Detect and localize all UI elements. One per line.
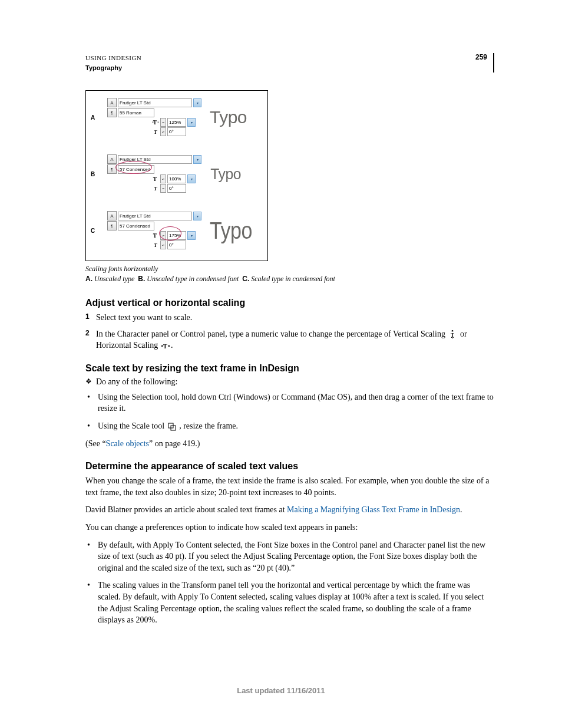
bullet-list: By default, with Apply To Content select… xyxy=(85,539,494,626)
svg-text:T: T xyxy=(153,120,157,126)
horiz-scale-field: 175% xyxy=(167,231,186,240)
bullet-item: Using the Selection tool, hold down Ctrl… xyxy=(85,391,494,414)
see-line: (See “Scale objects” on page 419.) xyxy=(85,438,494,450)
sample-text: Typo xyxy=(210,218,252,244)
dropdown-icon: ▾ xyxy=(187,118,196,127)
para-tab-icon: ¶ xyxy=(107,221,117,230)
skew-field: 0° xyxy=(167,241,186,249)
step-number: 1 xyxy=(85,312,96,324)
bullet-text: By default, with Apply To Content select… xyxy=(98,539,494,574)
legend-c-label: C. xyxy=(242,275,249,283)
link-scale-objects[interactable]: Scale objects xyxy=(106,439,149,448)
heading-determine-appearance: Determine the appearance of scaled text … xyxy=(85,461,494,472)
steps-list: 1 Select text you want to scale. 2 In th… xyxy=(85,312,494,351)
page: USING INDESIGN Typography 259 A A Frutig… xyxy=(0,0,562,728)
char-tab-icon: A xyxy=(107,98,117,107)
dropdown-icon: ▾ xyxy=(193,212,201,220)
svg-text:T: T xyxy=(153,176,157,182)
dropdown-icon: ▾ xyxy=(193,155,201,164)
heading-scale-text-frame: Scale text by resizing the text frame in… xyxy=(85,363,494,374)
para-tab-icon: ¶ xyxy=(107,164,117,174)
page-header: USING INDESIGN Typography 259 xyxy=(85,53,494,73)
paragraph: When you change the scale of a frame, th… xyxy=(85,475,494,498)
dropdown-icon: ▾ xyxy=(187,231,196,240)
skew-icon: T xyxy=(152,129,159,136)
step-number: 2 xyxy=(85,328,96,351)
bullet-item: Using the Scale tool , resize the frame. xyxy=(85,420,494,432)
svg-text:T: T xyxy=(163,343,167,350)
legend-a-text: Unscaled type xyxy=(94,275,134,283)
bullet-list: Using the Selection tool, hold down Ctrl… xyxy=(85,391,494,432)
intro-line: ❖ Do any of the following: xyxy=(85,377,494,387)
spinner-icon: ▴▾ xyxy=(160,127,166,136)
legend-b-label: B. xyxy=(138,275,145,283)
figure-scaling-fonts: A A Frutiger LT Std ▾ ¶ 55 Roman T ▴▾ 12… xyxy=(85,90,268,261)
horiz-scale-icon: T xyxy=(152,176,159,183)
skew-icon: T xyxy=(152,242,159,249)
horiz-scale-icon: T xyxy=(152,119,159,126)
step-item: 1 Select text you want to scale. xyxy=(85,312,494,324)
doc-title: USING INDESIGN xyxy=(85,53,141,63)
paragraph: You can change a preferences option to i… xyxy=(85,522,494,533)
font-family-field: Frutiger LT Std xyxy=(118,155,192,164)
figure-legend: A. Unscaled type B. Unscaled type in con… xyxy=(85,275,494,284)
skew-icon: T xyxy=(152,185,159,192)
scale-tool-icon xyxy=(168,423,176,431)
character-panel: A Frutiger LT Std ▾ ¶ 55 Roman T ▴▾ 125%… xyxy=(107,98,201,137)
step-item: 2 In the Character panel or Control pane… xyxy=(85,328,494,351)
vertical-scale-icon: T xyxy=(448,330,457,338)
legend-a-label: A. xyxy=(85,275,92,283)
font-style-field: 57 Condensed xyxy=(118,222,154,230)
diamond-bullet-icon: ❖ xyxy=(85,377,96,387)
dropdown-icon: ▾ xyxy=(193,98,201,107)
font-family-field: Frutiger LT Std xyxy=(118,212,192,220)
figure-row-b: B A Frutiger LT Std ▾ ¶ 57 Condensed T ▴… xyxy=(91,153,263,195)
row-label: B xyxy=(91,171,98,177)
spinner-icon: ▴▾ xyxy=(160,174,166,183)
para-tab-icon: ¶ xyxy=(107,108,117,117)
font-family-field: Frutiger LT Std xyxy=(118,98,192,107)
paragraph: David Blatner provides an article about … xyxy=(85,504,494,516)
character-panel: A Frutiger LT Std ▾ ¶ 57 Condensed T ▴▾ … xyxy=(107,154,201,193)
row-label: C xyxy=(91,228,98,234)
step-text: Select text you want to scale. xyxy=(96,312,192,324)
svg-text:T: T xyxy=(451,332,454,338)
horiz-scale-field: 125% xyxy=(167,118,186,127)
skew-field: 0° xyxy=(167,184,186,193)
char-tab-icon: A xyxy=(107,211,117,220)
spinner-icon: ▴▾ xyxy=(160,241,166,249)
page-footer: Last updated 11/16/2011 xyxy=(0,686,562,695)
legend-b-text: Unscaled type in condensed font xyxy=(147,275,239,283)
row-label: A xyxy=(91,114,98,121)
horiz-scale-icon: T xyxy=(152,232,159,239)
legend-c-text: Scaled type in condensed font xyxy=(251,275,335,283)
horizontal-scale-icon: T xyxy=(161,342,170,350)
skew-field: 0° xyxy=(167,127,186,136)
char-tab-icon: A xyxy=(107,154,117,164)
spinner-icon: ▴▾ xyxy=(160,118,166,127)
horiz-scale-field: 100% xyxy=(167,174,186,183)
spinner-icon: ▴▾ xyxy=(160,184,166,193)
bullet-text: Using the Selection tool, hold down Ctrl… xyxy=(98,391,494,414)
figure-caption: Scaling fonts horizontally xyxy=(85,265,494,274)
bullet-text: The scaling values in the Transform pane… xyxy=(98,579,494,625)
step-text: In the Character panel or Control panel,… xyxy=(96,328,494,351)
sample-text: Typo xyxy=(210,107,247,127)
font-style-field: 57 Condensed xyxy=(118,165,154,174)
figure-row-c: C A Frutiger LT Std ▾ ¶ 57 Condensed T ▴… xyxy=(91,210,263,251)
svg-text:T: T xyxy=(153,233,157,239)
page-number: 259 xyxy=(475,53,487,61)
heading-adjust-scaling: Adjust vertical or horizontal scaling xyxy=(85,298,494,308)
figure-row-a: A A Frutiger LT Std ▾ ¶ 55 Roman T ▴▾ 12… xyxy=(91,97,263,138)
bullet-item: By default, with Apply To Content select… xyxy=(85,539,494,574)
header-left: USING INDESIGN Typography xyxy=(85,53,141,73)
sample-text: Typo xyxy=(210,165,241,183)
dropdown-icon: ▾ xyxy=(187,174,196,183)
font-style-field: 55 Roman xyxy=(118,108,154,117)
spinner-icon: ▴▾ xyxy=(160,231,166,240)
intro-text: Do any of the following: xyxy=(96,377,177,387)
bullet-text: Using the Scale tool , resize the frame. xyxy=(98,420,238,432)
bullet-item: The scaling values in the Transform pane… xyxy=(85,579,494,625)
section-name: Typography xyxy=(85,63,141,73)
link-magnifying-glass-article[interactable]: Making a Magnifying Glass Text Frame in … xyxy=(287,505,460,514)
